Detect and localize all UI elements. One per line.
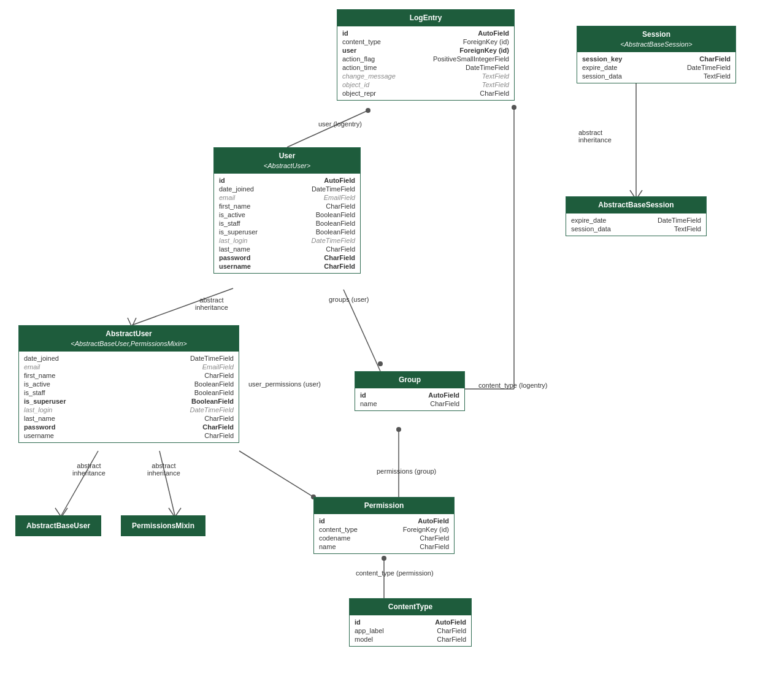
entity-logentry-header: LogEntry bbox=[337, 10, 514, 26]
table-row: action_flagPositiveSmallIntegerField bbox=[342, 55, 509, 63]
entity-abstractbasesession-title: AbstractBaseSession bbox=[571, 200, 701, 210]
table-row: userForeignKey (id) bbox=[342, 46, 509, 55]
entity-abstractuser-title: AbstractUser bbox=[24, 329, 234, 339]
svg-line-10 bbox=[239, 451, 313, 497]
table-row: action_timeDateTimeField bbox=[342, 63, 509, 72]
label-content-type-logentry: content_type (logentry) bbox=[478, 382, 548, 389]
svg-point-2 bbox=[512, 105, 516, 110]
label-abstract-inheritance-permissionsmixin: abstractinheritance bbox=[147, 462, 180, 477]
table-row: idAutoField bbox=[219, 176, 355, 185]
entity-permissionsmixin: PermissionsMixin bbox=[121, 515, 205, 536]
entity-abstractbaseuser: AbstractBaseUser bbox=[15, 515, 101, 536]
diagram-container: LogEntry idAutoField content_typeForeign… bbox=[0, 0, 760, 700]
entity-session-title: Session bbox=[582, 29, 731, 40]
entity-logentry-body: idAutoField content_typeForeignKey (id) … bbox=[337, 26, 514, 100]
table-row: is_superuserBooleanField bbox=[24, 397, 234, 406]
label-abstract-inheritance-abstractbaseuser: abstractinheritance bbox=[72, 462, 106, 477]
table-row: session_dataTextField bbox=[571, 225, 701, 233]
label-abstract-inheritance-1: abstractinheritance bbox=[195, 296, 228, 311]
entity-abstractbasesession-header: AbstractBaseSession bbox=[566, 197, 706, 213]
table-row: first_nameCharField bbox=[219, 202, 355, 210]
entity-session-body: session_keyCharField expire_dateDateTime… bbox=[577, 52, 735, 83]
entity-contenttype: ContentType idAutoField app_labelCharFie… bbox=[349, 598, 472, 647]
table-row: passwordCharField bbox=[219, 253, 355, 262]
table-row: last_loginDateTimeField bbox=[24, 406, 234, 414]
entity-session: Session <AbstractBaseSession> session_ke… bbox=[577, 26, 736, 83]
table-row: date_joinedDateTimeField bbox=[24, 354, 234, 363]
svg-point-7 bbox=[378, 361, 383, 366]
entity-user-subtitle: <AbstractUser> bbox=[219, 161, 355, 171]
entity-abstractuser-subtitle: <AbstractBaseUser,PermissionsMixin> bbox=[24, 339, 234, 348]
svg-point-11 bbox=[396, 427, 401, 432]
table-row: idAutoField bbox=[342, 29, 509, 37]
table-row: object_reprCharField bbox=[342, 89, 509, 98]
table-row: change_messageTextField bbox=[342, 72, 509, 80]
table-row: passwordCharField bbox=[24, 423, 234, 431]
entity-permissionsmixin-title: PermissionsMixin bbox=[132, 521, 194, 530]
entity-contenttype-header: ContentType bbox=[350, 599, 471, 615]
svg-line-1 bbox=[287, 110, 368, 147]
entity-group-title: Group bbox=[360, 375, 459, 385]
table-row: session_dataTextField bbox=[582, 72, 731, 80]
table-row: is_staffBooleanField bbox=[219, 219, 355, 228]
entity-logentry-title: LogEntry bbox=[410, 13, 442, 22]
entity-group-header: Group bbox=[355, 372, 464, 388]
entity-group-body: idAutoField nameCharField bbox=[355, 388, 464, 410]
entity-abstractbasesession-body: expire_dateDateTimeField session_dataTex… bbox=[566, 213, 706, 236]
table-row: is_superuserBooleanField bbox=[219, 228, 355, 236]
table-row: content_typeForeignKey (id) bbox=[342, 37, 509, 46]
label-abstract-inheritance-session: abstractinheritance bbox=[578, 129, 612, 144]
entity-contenttype-body: idAutoField app_labelCharField modelChar… bbox=[350, 615, 471, 646]
entity-session-subtitle: <AbstractBaseSession> bbox=[582, 40, 731, 49]
entity-abstractuser: AbstractUser <AbstractBaseUser,Permissio… bbox=[18, 325, 239, 443]
table-row: emailEmailField bbox=[219, 193, 355, 202]
table-row: expire_dateDateTimeField bbox=[571, 216, 701, 225]
svg-point-13 bbox=[382, 556, 386, 561]
entity-logentry: LogEntry idAutoField content_typeForeign… bbox=[337, 9, 515, 101]
table-row: modelCharField bbox=[355, 635, 466, 644]
table-row: expire_dateDateTimeField bbox=[582, 63, 731, 72]
entity-permission-body: idAutoField content_typeForeignKey (id) … bbox=[314, 514, 454, 553]
entity-user: User <AbstractUser> idAutoField date_joi… bbox=[213, 147, 361, 274]
entity-abstractuser-header: AbstractUser <AbstractBaseUser,Permissio… bbox=[19, 326, 239, 352]
table-row: app_labelCharField bbox=[355, 626, 466, 635]
table-row: emailEmailField bbox=[24, 363, 234, 371]
entity-abstractbasesession: AbstractBaseSession expire_dateDateTimeF… bbox=[566, 196, 707, 236]
svg-point-0 bbox=[366, 108, 370, 113]
entity-user-title: User bbox=[219, 151, 355, 161]
entity-user-body: idAutoField date_joinedDateTimeField ema… bbox=[214, 174, 360, 273]
table-row: usernameCharField bbox=[24, 431, 234, 440]
entity-contenttype-title: ContentType bbox=[355, 602, 466, 612]
entity-group: Group idAutoField nameCharField bbox=[355, 371, 465, 411]
table-row: last_nameCharField bbox=[219, 245, 355, 253]
entity-permission-header: Permission bbox=[314, 498, 454, 514]
table-row: idAutoField bbox=[319, 517, 449, 525]
table-row: codenameCharField bbox=[319, 534, 449, 542]
label-permissions-group: permissions (group) bbox=[377, 467, 436, 475]
table-row: nameCharField bbox=[360, 399, 459, 408]
table-row: object_idTextField bbox=[342, 80, 509, 89]
table-row: nameCharField bbox=[319, 542, 449, 551]
table-row: last_loginDateTimeField bbox=[219, 236, 355, 245]
table-row: first_nameCharField bbox=[24, 371, 234, 380]
label-user-logentry: user (logentry) bbox=[318, 120, 362, 128]
entity-permission-title: Permission bbox=[319, 501, 449, 511]
table-row: content_typeForeignKey (id) bbox=[319, 525, 449, 534]
label-content-type-permission: content_type (permission) bbox=[356, 569, 434, 577]
entity-abstractuser-body: date_joinedDateTimeField emailEmailField… bbox=[19, 352, 239, 442]
svg-line-16 bbox=[159, 451, 175, 515]
label-user-permissions-user: user_permissions (user) bbox=[248, 380, 321, 388]
svg-line-15 bbox=[61, 451, 98, 515]
label-groups-user: groups (user) bbox=[329, 296, 369, 303]
entity-permission: Permission idAutoField content_typeForei… bbox=[313, 497, 455, 554]
entity-user-header: User <AbstractUser> bbox=[214, 148, 360, 174]
table-row: is_activeBooleanField bbox=[219, 210, 355, 219]
table-row: is_activeBooleanField bbox=[24, 380, 234, 388]
entity-abstractbaseuser-title: AbstractBaseUser bbox=[26, 521, 90, 530]
table-row: session_keyCharField bbox=[582, 55, 731, 63]
table-row: usernameCharField bbox=[219, 262, 355, 271]
table-row: is_staffBooleanField bbox=[24, 388, 234, 397]
table-row: last_nameCharField bbox=[24, 414, 234, 423]
entity-session-header: Session <AbstractBaseSession> bbox=[577, 26, 735, 52]
table-row: idAutoField bbox=[360, 391, 459, 399]
